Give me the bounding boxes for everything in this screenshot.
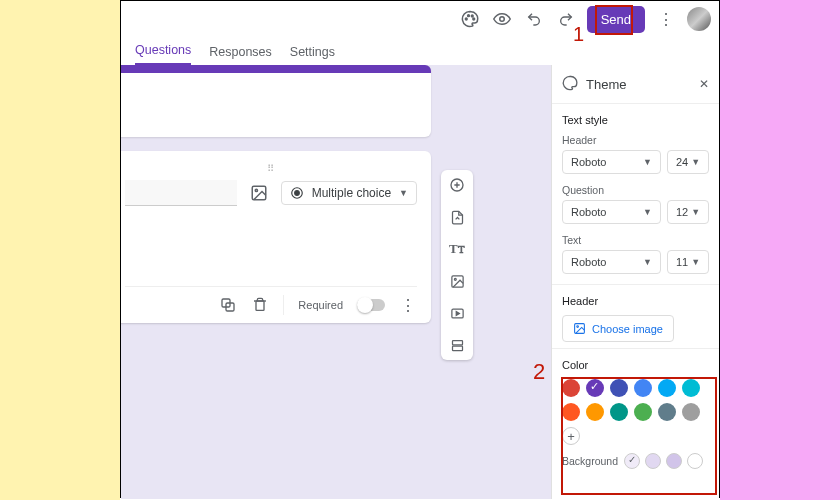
drag-handle-icon[interactable]: ⠿ bbox=[125, 163, 417, 174]
color-swatch[interactable] bbox=[658, 379, 676, 397]
svg-point-19 bbox=[577, 326, 579, 328]
more-icon[interactable]: ⋮ bbox=[655, 8, 677, 30]
decorative-left bbox=[0, 0, 120, 500]
undo-icon[interactable] bbox=[523, 8, 545, 30]
svg-rect-11 bbox=[256, 301, 264, 310]
text-style-heading: Text style bbox=[562, 114, 709, 126]
header-font-select[interactable]: Roboto▼ bbox=[562, 150, 661, 174]
color-swatch[interactable] bbox=[634, 379, 652, 397]
preview-icon[interactable] bbox=[491, 8, 513, 30]
required-toggle[interactable] bbox=[357, 299, 385, 311]
duplicate-icon[interactable] bbox=[219, 296, 237, 314]
tab-responses[interactable]: Responses bbox=[209, 45, 272, 65]
color-swatch[interactable] bbox=[562, 403, 580, 421]
question-size-select[interactable]: 12▼ bbox=[667, 200, 709, 224]
panel-title: Theme bbox=[586, 77, 699, 92]
header-label: Header bbox=[562, 134, 709, 146]
add-video-icon[interactable] bbox=[448, 304, 466, 322]
header-size-select[interactable]: 24▼ bbox=[667, 150, 709, 174]
avatar[interactable] bbox=[687, 7, 711, 31]
question-type-label: Multiple choice bbox=[312, 186, 391, 200]
color-section-heading: Color bbox=[562, 359, 709, 371]
color-swatch[interactable] bbox=[610, 379, 628, 397]
choose-image-button[interactable]: Choose image bbox=[562, 315, 674, 342]
import-questions-icon[interactable] bbox=[448, 208, 466, 226]
svg-point-8 bbox=[294, 191, 299, 196]
form-canvas: ⠿ Multiple choice ▼ bbox=[121, 65, 551, 499]
text-label: Text bbox=[562, 234, 709, 246]
delete-icon[interactable] bbox=[251, 296, 269, 314]
app-frame: Send ⋮ Questions Responses Settings ⠿ Mu… bbox=[120, 0, 720, 498]
add-image-icon[interactable] bbox=[249, 183, 269, 203]
color-swatch[interactable] bbox=[682, 379, 700, 397]
send-button[interactable]: Send bbox=[587, 6, 645, 33]
tab-questions[interactable]: Questions bbox=[135, 43, 191, 65]
color-swatch[interactable] bbox=[586, 379, 604, 397]
tabs: Questions Responses Settings bbox=[121, 37, 719, 65]
chevron-down-icon: ▼ bbox=[399, 188, 408, 198]
form-title-card[interactable] bbox=[121, 65, 431, 137]
svg-point-4 bbox=[499, 17, 504, 22]
svg-point-0 bbox=[465, 18, 467, 20]
add-title-icon[interactable]: Tᴛ bbox=[448, 240, 466, 258]
svg-rect-17 bbox=[452, 346, 462, 350]
background-swatch[interactable] bbox=[645, 453, 661, 469]
annotation-number-1: 1 bbox=[573, 23, 584, 46]
floating-toolbar: Tᴛ bbox=[441, 170, 473, 360]
header-section-heading: Header bbox=[562, 295, 709, 307]
question-more-icon[interactable]: ⋮ bbox=[399, 296, 417, 314]
color-swatch[interactable] bbox=[682, 403, 700, 421]
question-input[interactable] bbox=[125, 180, 237, 206]
svg-point-1 bbox=[467, 15, 469, 17]
background-swatch[interactable] bbox=[624, 453, 640, 469]
theme-panel: Theme ✕ Text style Header Roboto▼ 24▼ Qu… bbox=[551, 65, 719, 499]
divider bbox=[283, 295, 284, 315]
question-font-select[interactable]: Roboto▼ bbox=[562, 200, 661, 224]
annotation-number-2: 2 bbox=[533, 359, 545, 385]
decorative-right bbox=[720, 0, 840, 500]
background-label: Background bbox=[562, 455, 618, 467]
text-font-select[interactable]: Roboto▼ bbox=[562, 250, 661, 274]
color-swatch[interactable] bbox=[634, 403, 652, 421]
svg-point-3 bbox=[472, 18, 474, 20]
background-swatch[interactable] bbox=[666, 453, 682, 469]
text-size-select[interactable]: 11▼ bbox=[667, 250, 709, 274]
svg-rect-16 bbox=[452, 340, 462, 344]
add-color-icon[interactable]: + bbox=[562, 427, 580, 445]
color-swatches: + bbox=[562, 379, 709, 445]
add-image-icon-tool[interactable] bbox=[448, 272, 466, 290]
add-question-icon[interactable] bbox=[448, 176, 466, 194]
color-swatch[interactable] bbox=[562, 379, 580, 397]
top-toolbar: Send ⋮ bbox=[121, 1, 719, 37]
color-swatch[interactable] bbox=[610, 403, 628, 421]
color-swatch[interactable] bbox=[586, 403, 604, 421]
question-card[interactable]: ⠿ Multiple choice ▼ bbox=[121, 151, 431, 323]
close-icon[interactable]: ✕ bbox=[699, 77, 709, 91]
question-type-select[interactable]: Multiple choice ▼ bbox=[281, 181, 417, 205]
question-label: Question bbox=[562, 184, 709, 196]
background-swatch[interactable] bbox=[687, 453, 703, 469]
svg-point-2 bbox=[471, 15, 473, 17]
svg-point-6 bbox=[255, 189, 257, 191]
theme-icon[interactable] bbox=[459, 8, 481, 30]
tab-settings[interactable]: Settings bbox=[290, 45, 335, 65]
svg-point-14 bbox=[454, 278, 456, 280]
color-swatch[interactable] bbox=[658, 403, 676, 421]
add-section-icon[interactable] bbox=[448, 336, 466, 354]
required-label: Required bbox=[298, 299, 343, 311]
palette-icon bbox=[562, 75, 578, 93]
